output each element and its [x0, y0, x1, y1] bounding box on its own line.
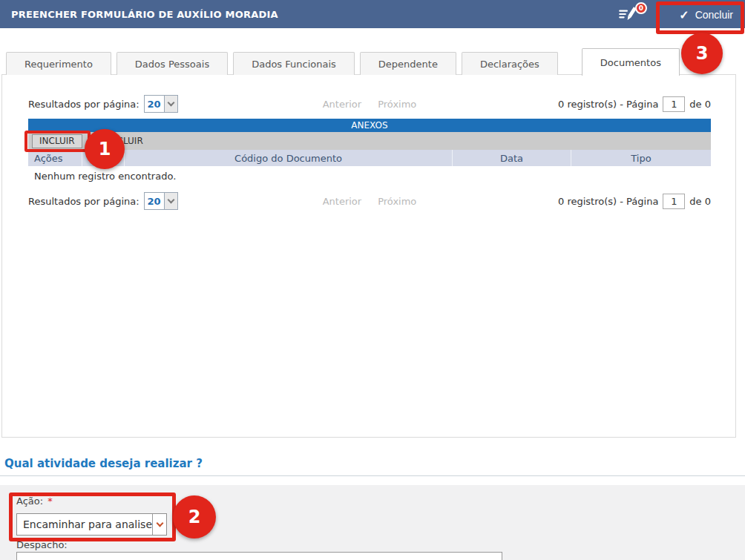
page-size-value: 20: [145, 96, 164, 112]
tab-requerimento[interactable]: Requerimento: [6, 52, 111, 75]
tab-dados-funcionais[interactable]: Dados Funcionais: [233, 52, 355, 75]
column-acoes: Ações: [28, 150, 82, 166]
column-select-all: ✓: [82, 150, 125, 166]
next-page-link[interactable]: Próximo: [378, 196, 416, 207]
despacho-pencil-icon[interactable]: 0: [617, 4, 643, 26]
activity-question-heading: Qual atividade deseja realizar ?: [0, 457, 745, 476]
tab-documentos[interactable]: Documentos: [582, 48, 680, 76]
page-number-input[interactable]: [663, 194, 685, 209]
header-bar: PREENCHER FORMULÁRIO DE AUXÍLIO MORADIA …: [0, 0, 745, 28]
table-header-row: Ações ✓ Código do Documento Data Tipo: [28, 150, 711, 166]
registry-count-label: 0 registro(s) - Página: [558, 99, 658, 110]
despacho-label: Despacho:: [16, 539, 68, 550]
chevron-down-icon: [164, 193, 177, 209]
of-pages-label: de 0: [689, 196, 711, 207]
concluir-button[interactable]: ✓ Concluir: [679, 5, 733, 24]
select-all-checkbox[interactable]: ✓: [98, 153, 109, 164]
concluir-label: Concluir: [695, 9, 733, 21]
chevron-down-icon: [164, 96, 177, 112]
of-pages-label: de 0: [689, 99, 711, 110]
page: PREENCHER FORMULÁRIO DE AUXÍLIO MORADIA …: [0, 0, 745, 560]
results-per-page-label: Resultados por página:: [28, 99, 140, 110]
documents-panel: Resultados por página: 20 Anterior Próxi…: [1, 74, 736, 438]
page-size-select[interactable]: 20: [144, 95, 178, 113]
empty-table-message: Nenhum registro encontrado.: [28, 166, 711, 186]
anexos-toolbar: INCLUIR EXCLUIR: [28, 132, 711, 150]
required-marker: *: [47, 495, 53, 507]
tab-declaracoes[interactable]: Declarações: [462, 52, 558, 75]
activity-panel: Ação:* Encaminhar para analise Despacho:: [0, 485, 745, 560]
check-icon: ✓: [99, 153, 107, 163]
column-data: Data: [453, 150, 571, 166]
page-size-value: 20: [145, 193, 164, 209]
page-title: PREENCHER FORMULÁRIO DE AUXÍLIO MORADIA: [0, 9, 278, 20]
pagination-bottom: Resultados por página: 20 Anterior Próxi…: [28, 191, 711, 211]
acao-selected-value: Encaminhar para analise: [17, 518, 152, 530]
acao-label-text: Ação:: [16, 495, 43, 507]
next-page-link[interactable]: Próximo: [378, 99, 416, 110]
despacho-textarea[interactable]: [16, 552, 502, 560]
acao-label: Ação:*: [16, 495, 53, 507]
excluir-button[interactable]: EXCLUIR: [106, 136, 143, 146]
chevron-down-icon: [152, 514, 166, 535]
acao-select[interactable]: Encaminhar para analise: [16, 513, 167, 536]
check-icon: ✓: [679, 8, 689, 22]
registry-count-label: 0 registro(s) - Página: [558, 196, 658, 207]
tab-dependente[interactable]: Dependente: [360, 52, 456, 75]
anexos-table: ANEXOS INCLUIR EXCLUIR Ações ✓ Código do…: [28, 119, 711, 186]
anexos-group-header: ANEXOS: [28, 119, 711, 132]
pagination-top: Resultados por página: 20 Anterior Próxi…: [28, 94, 711, 113]
page-number-input[interactable]: [663, 96, 685, 112]
incluir-button[interactable]: INCLUIR: [32, 134, 82, 148]
form-tabs: Requerimento Dados Pessoais Dados Funcio…: [1, 48, 744, 75]
previous-page-link[interactable]: Anterior: [323, 99, 361, 110]
page-size-select[interactable]: 20: [144, 192, 178, 210]
previous-page-link[interactable]: Anterior: [323, 196, 361, 207]
results-per-page-label: Resultados por página:: [28, 196, 140, 207]
column-tipo: Tipo: [571, 150, 711, 166]
tab-dados-pessoais[interactable]: Dados Pessoais: [116, 52, 228, 75]
notification-badge: 0: [635, 2, 647, 14]
column-codigo-documento: Código do Documento: [125, 150, 453, 166]
